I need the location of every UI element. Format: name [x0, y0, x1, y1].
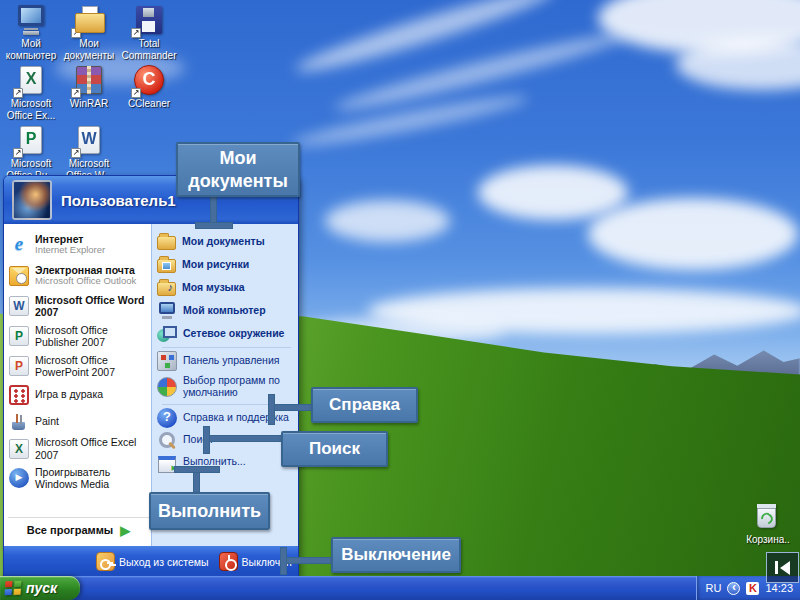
documents-folder-icon	[73, 4, 105, 36]
desktop-icon-label: Total Commander	[120, 38, 178, 61]
shortcut-arrow-icon	[13, 148, 23, 158]
slide-back-button[interactable]	[766, 552, 799, 583]
callout-search: Поиск	[281, 431, 388, 467]
cumulus-cloud	[478, 165, 628, 220]
menu-item-label: Сетевое окружение	[183, 328, 284, 340]
menu-item-control-panel[interactable]: Панель управления	[157, 350, 296, 372]
desktop-icon-word[interactable]: Microsoft Office W...	[60, 124, 118, 181]
desktop-icon-label: CCleaner	[120, 98, 178, 110]
desktop-icon-total-commander[interactable]: Total Commander	[120, 4, 178, 61]
menu-item-label: Моя музыка	[182, 282, 245, 294]
desktop-icon-excel[interactable]: Microsoft Office Ex...	[2, 64, 60, 121]
my-computer-icon	[15, 4, 47, 36]
callout-connector	[281, 548, 286, 574]
start-button[interactable]: пуск	[0, 576, 80, 600]
menu-item-excel[interactable]: Microsoft Office Excel 2007	[8, 435, 149, 462]
log-off-button[interactable]: Выход из системы	[96, 552, 209, 571]
callout-my-documents: Мои документы	[176, 142, 300, 197]
callout-connector	[175, 467, 219, 472]
kaspersky-tray-icon[interactable]	[746, 582, 759, 595]
menu-item-my-pictures[interactable]: Мои рисунки	[157, 253, 296, 276]
desktop-icon-my-computer[interactable]: Мой компьютер	[2, 4, 60, 61]
winrar-books-icon	[73, 64, 105, 96]
language-indicator[interactable]: RU	[706, 582, 722, 594]
skip-back-icon	[775, 561, 778, 574]
desktop-icon-label: Мои документы	[60, 38, 118, 61]
menu-item-windows-media[interactable]: Проигрыватель Windows Media	[8, 462, 149, 494]
folder-icon	[157, 236, 176, 250]
start-menu-pinned-column: ИнтернетInternet Explorer Электронная по…	[4, 224, 151, 546]
menu-item-title: Paint	[35, 415, 59, 427]
menu-item-default-programs[interactable]: Выбор программ по умолчанию	[157, 372, 296, 402]
default-programs-icon	[157, 377, 177, 397]
menu-item-word[interactable]: Microsoft Office Word 2007	[8, 291, 149, 321]
menu-item-label: Мои документы	[182, 236, 265, 248]
taskbar-clock[interactable]: 14:23	[765, 582, 793, 594]
tray-chevron-icon[interactable]	[727, 582, 740, 595]
run-icon	[157, 452, 177, 472]
ccleaner-icon	[133, 64, 165, 96]
menu-item-label: Мои рисунки	[182, 259, 249, 271]
excel-icon	[15, 64, 47, 96]
menu-item-subtitle: Microsoft Office Outlook	[35, 276, 136, 286]
cumulus-cloud	[325, 200, 450, 242]
callout-connector	[196, 223, 232, 228]
publisher-icon	[15, 124, 47, 156]
start-button-label: пуск	[26, 580, 57, 596]
taskbar: пуск RU 14:23	[0, 576, 800, 600]
callout-connector	[211, 196, 216, 226]
menu-item-paint[interactable]: Paint	[8, 408, 149, 435]
control-panel-icon	[157, 351, 177, 371]
all-programs-arrow-icon: ▶	[120, 524, 130, 537]
desktop-icon-label: Microsoft Office Ex...	[2, 98, 60, 121]
menu-item-title: Игра в дурака	[35, 388, 103, 400]
callout-run: Выполнить	[149, 492, 270, 530]
desktop-icon-ccleaner[interactable]: CCleaner	[120, 64, 178, 110]
menu-item-subtitle: Internet Explorer	[35, 245, 105, 255]
menu-item-network[interactable]: Сетевое окружение	[157, 322, 296, 345]
log-off-key-icon	[96, 552, 115, 571]
word-icon	[73, 124, 105, 156]
menu-item-powerpoint[interactable]: Microsoft Office PowerPoint 2007	[8, 351, 149, 381]
computer-icon	[157, 301, 177, 321]
cirrus-cloud	[290, 89, 529, 152]
callout-connector	[206, 436, 281, 441]
menu-item-my-computer[interactable]: Мой компьютер	[157, 299, 296, 322]
user-avatar	[12, 180, 52, 220]
windows-flag-icon	[4, 581, 21, 596]
callout-help: Справка	[311, 387, 418, 423]
callout-connector	[283, 558, 331, 563]
menu-item-label: Мой компьютер	[183, 305, 266, 317]
all-programs-button[interactable]: Все программы ▶	[8, 517, 149, 542]
user-name: Пользователь1	[61, 192, 176, 209]
paint-icon	[9, 412, 29, 432]
pictures-folder-icon	[157, 259, 176, 273]
menu-item-help-support[interactable]: Справка и поддержка	[157, 407, 296, 429]
floppy-disk-icon	[133, 4, 165, 36]
shortcut-arrow-icon	[131, 28, 141, 38]
help-icon	[157, 408, 177, 428]
menu-item-label: Панель управления	[183, 355, 279, 367]
menu-item-label: Выбор программ по умолчанию	[183, 375, 296, 398]
internet-explorer-icon	[9, 235, 29, 255]
callout-connector	[271, 405, 311, 410]
shortcut-arrow-icon	[131, 88, 141, 98]
menu-item-title: Microsoft Office Word 2007	[35, 294, 148, 318]
menu-item-my-documents[interactable]: Мои документы	[157, 230, 296, 253]
menu-item-my-music[interactable]: Моя музыка	[157, 276, 296, 299]
menu-divider	[162, 347, 291, 348]
powerpoint-icon	[9, 356, 29, 376]
desktop-icon-my-documents[interactable]: Мои документы	[60, 4, 118, 61]
menu-item-email[interactable]: Электронная почтаMicrosoft Office Outloo…	[8, 260, 149, 291]
power-icon	[219, 552, 238, 571]
excel-icon	[9, 439, 29, 459]
desktop-icon-publisher[interactable]: Microsoft Office Pu...	[2, 124, 60, 181]
desktop-icon-recycle-bin[interactable]: Корзина..	[740, 500, 796, 546]
menu-item-internet[interactable]: ИнтернетInternet Explorer	[8, 229, 149, 260]
menu-item-publisher[interactable]: Microsoft Office Publisher 2007	[8, 321, 149, 351]
desktop-icon-winrar[interactable]: WinRAR	[60, 64, 118, 110]
shortcut-arrow-icon	[13, 88, 23, 98]
shortcut-arrow-icon	[71, 148, 81, 158]
desktop-icon-label: WinRAR	[60, 98, 118, 110]
menu-item-card-game[interactable]: Игра в дурака	[8, 381, 149, 408]
